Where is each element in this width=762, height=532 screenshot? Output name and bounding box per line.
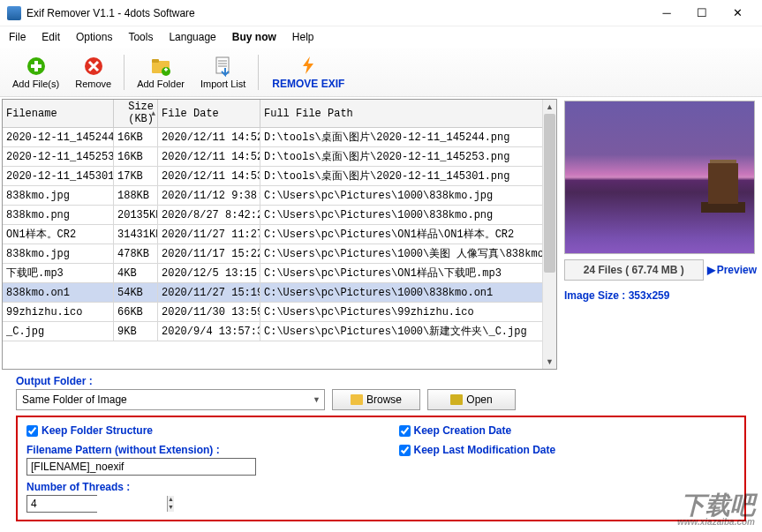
table-row[interactable]: 838kmo.on154KB2020/11/27 15:19:13C:\User… xyxy=(3,283,542,303)
cell: 2020/11/12 9:38:48 xyxy=(158,186,260,205)
table-row[interactable]: 2020-12-11_145253.png16KB2020/12/11 14:5… xyxy=(3,147,542,167)
browse-button[interactable]: Browse xyxy=(332,389,420,410)
remove-button[interactable]: Remove xyxy=(68,54,118,91)
preview-panel: 24 Files ( 67.74 MB ) ▶Preview Image Siz… xyxy=(559,97,762,371)
menu-buynow[interactable]: Buy now xyxy=(232,31,276,43)
table-row[interactable]: _C.jpg9KB2020/9/4 13:57:31C:\Users\pc\Pi… xyxy=(3,322,542,341)
table-row[interactable]: 838kmo.png20135KB2020/8/27 8:42:24C:\Use… xyxy=(3,206,542,225)
threads-spinner[interactable]: ▲▼ xyxy=(26,495,97,513)
app-icon xyxy=(7,6,21,20)
bottom-panel: Output Folder : Same Folder of Image ▼ B… xyxy=(0,371,762,532)
open-button[interactable]: Open xyxy=(427,389,516,410)
cell: 31431KB xyxy=(114,225,158,244)
import-list-button[interactable]: Import List xyxy=(193,54,253,91)
cell: 9KB xyxy=(114,322,158,341)
plus-icon xyxy=(26,56,47,77)
chevron-down-icon: ▼ xyxy=(313,395,321,404)
folder-plus-icon xyxy=(150,56,171,77)
cell: 2020/11/27 11:27:41 xyxy=(158,225,260,244)
cell: 2020-12-11_145244.png xyxy=(3,128,114,146)
svg-rect-9 xyxy=(216,57,229,73)
file-grid[interactable]: Filename Size (KB)▲ File Date Full File … xyxy=(2,99,557,370)
scroll-up-icon[interactable]: ▲ xyxy=(543,100,556,114)
cell: 16KB xyxy=(114,147,158,166)
cell: 2020/12/11 14:52:44 xyxy=(158,128,260,146)
toolbar-separator xyxy=(124,55,124,90)
close-button[interactable]: ✕ xyxy=(720,1,755,26)
cell: C:\Users\pc\Pictures\ON1样品\下载吧.mp3 xyxy=(260,264,542,282)
cell: 838kmo.png xyxy=(3,206,114,224)
add-folder-button[interactable]: Add Folder xyxy=(130,54,192,91)
table-row[interactable]: 2020-12-11_145244.png16KB2020/12/11 14:5… xyxy=(3,128,542,147)
cell: C:\Users\pc\Pictures\99zhizhu.ico xyxy=(260,303,542,321)
output-folder-label: Output Folder : xyxy=(16,375,746,387)
preview-button[interactable]: ▶Preview xyxy=(707,264,757,276)
cell: 54KB xyxy=(114,283,158,302)
menu-edit[interactable]: Edit xyxy=(41,31,60,43)
toolbar: Add File(s) Remove Add Folder Import Lis… xyxy=(0,48,762,97)
minimize-button[interactable]: ─ xyxy=(649,1,684,26)
cell: 2020/12/11 14:52:58 xyxy=(158,147,260,166)
cell: C:\Users\pc\Pictures\1000\838kmo.png xyxy=(260,206,542,224)
cell: C:\Users\pc\Pictures\1000\838kmo.on1 xyxy=(260,283,542,302)
cell: 2020/8/27 8:42:24 xyxy=(158,206,260,224)
spin-up-icon[interactable]: ▲ xyxy=(168,496,174,504)
file-count-status: 24 Files ( 67.74 MB ) xyxy=(564,259,704,281)
menu-options[interactable]: Options xyxy=(76,31,112,43)
cell: 478KB xyxy=(114,244,158,263)
table-row[interactable]: 下载吧.mp34KB2020/12/5 13:15:55C:\Users\pc\… xyxy=(3,264,542,283)
folder-icon xyxy=(351,394,363,405)
vertical-scrollbar[interactable]: ▲ ▼ xyxy=(542,100,556,369)
import-list-icon xyxy=(213,56,234,77)
threads-input[interactable] xyxy=(27,496,167,512)
col-filename[interactable]: Filename xyxy=(3,100,114,127)
keep-creation-checkbox[interactable]: Keep Creation Date xyxy=(399,424,736,437)
svg-rect-2 xyxy=(34,61,38,71)
col-size[interactable]: Size (KB)▲ xyxy=(114,100,158,127)
menu-tools[interactable]: Tools xyxy=(128,31,153,43)
table-row[interactable]: 838kmo.jpg478KB2020/11/17 15:22:01C:\Use… xyxy=(3,244,542,264)
table-row[interactable]: 2020-12-11_145301.png17KB2020/12/11 14:5… xyxy=(3,167,542,186)
sort-asc-icon: ▲ xyxy=(151,109,155,117)
filename-pattern-label: Filename Pattern (without Extension) : xyxy=(26,444,364,456)
table-row[interactable]: ON1样本。CR231431KB2020/11/27 11:27:41C:\Us… xyxy=(3,225,542,244)
spin-down-icon[interactable]: ▼ xyxy=(168,504,174,512)
titlebar: Exif Remover V1.1 - 4dots Software ─ ☐ ✕ xyxy=(0,0,762,26)
svg-rect-5 xyxy=(152,59,159,63)
keep-folder-checkbox[interactable]: Keep Folder Structure xyxy=(26,424,364,437)
maximize-button[interactable]: ☐ xyxy=(684,1,720,26)
folder-open-icon xyxy=(450,394,463,405)
col-filedate[interactable]: File Date xyxy=(158,100,260,127)
filename-pattern-input[interactable] xyxy=(26,458,256,476)
image-size-label: Image Size : 353x259 xyxy=(564,289,757,302)
cell: 838kmo.jpg xyxy=(3,186,114,205)
lightning-icon xyxy=(298,55,319,76)
cell: 838kmo.on1 xyxy=(3,283,114,302)
scrollbar-thumb[interactable] xyxy=(544,114,555,273)
cell: C:\Users\pc\Pictures\1000\838kmo.jpg xyxy=(260,186,542,205)
watermark: 下载吧 www.xiazaiba.com xyxy=(677,493,755,527)
cell: 4KB xyxy=(114,264,158,282)
menu-help[interactable]: Help xyxy=(292,31,314,43)
scroll-down-icon[interactable]: ▼ xyxy=(543,355,556,369)
menu-file[interactable]: File xyxy=(9,31,26,43)
add-files-button[interactable]: Add File(s) xyxy=(5,54,66,91)
remove-icon xyxy=(83,56,104,77)
cell: 2020/9/4 13:57:31 xyxy=(158,322,260,341)
col-fullpath[interactable]: Full File Path xyxy=(260,100,542,127)
remove-exif-button[interactable]: REMOVE EXIF xyxy=(264,53,352,92)
options-box: Keep Folder Structure Filename Pattern (… xyxy=(16,416,746,521)
cell: 99zhizhu.ico xyxy=(3,303,114,321)
window-title: Exif Remover V1.1 - 4dots Software xyxy=(26,7,649,19)
cell: ON1样本。CR2 xyxy=(3,225,114,244)
preview-image xyxy=(564,101,755,254)
output-folder-select[interactable]: Same Folder of Image ▼ xyxy=(16,389,325,410)
cell: 838kmo.jpg xyxy=(3,244,114,263)
cell: 2020/11/30 13:59:20 xyxy=(158,303,260,321)
menubar: File Edit Options Tools Language Buy now… xyxy=(0,26,762,48)
cell: 2020/11/17 15:22:01 xyxy=(158,244,260,263)
table-row[interactable]: 99zhizhu.ico66KB2020/11/30 13:59:20C:\Us… xyxy=(3,303,542,322)
keep-modification-checkbox[interactable]: Keep Last Modification Date xyxy=(399,444,736,456)
menu-language[interactable]: Language xyxy=(169,31,215,43)
table-row[interactable]: 838kmo.jpg188KB2020/11/12 9:38:48C:\User… xyxy=(3,186,542,206)
